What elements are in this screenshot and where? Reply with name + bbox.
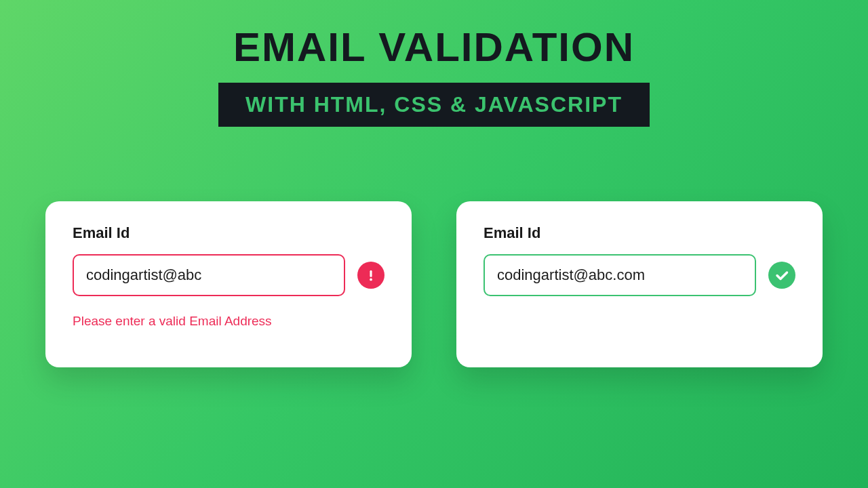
exclamation-icon (357, 262, 384, 289)
cards-row: Email Id Please enter a valid Email Addr… (45, 201, 823, 367)
email-card-valid: Email Id (456, 201, 823, 367)
subtitle-bar: WITH HTML, CSS & JAVASCRIPT (218, 83, 650, 127)
email-label: Email Id (484, 224, 795, 242)
svg-rect-0 (370, 270, 372, 277)
input-row (484, 254, 795, 296)
check-icon (768, 262, 795, 289)
page-container: EMAIL VALIDATION WITH HTML, CSS & JAVASC… (0, 0, 868, 367)
email-field[interactable] (73, 254, 345, 296)
svg-point-1 (370, 279, 372, 281)
email-card-invalid: Email Id Please enter a valid Email Addr… (45, 201, 412, 367)
page-subtitle: WITH HTML, CSS & JAVASCRIPT (245, 92, 623, 117)
email-label: Email Id (73, 224, 384, 242)
input-row (73, 254, 384, 296)
email-field[interactable] (484, 254, 756, 296)
page-title: EMAIL VALIDATION (233, 24, 635, 70)
error-message: Please enter a valid Email Address (73, 314, 384, 329)
